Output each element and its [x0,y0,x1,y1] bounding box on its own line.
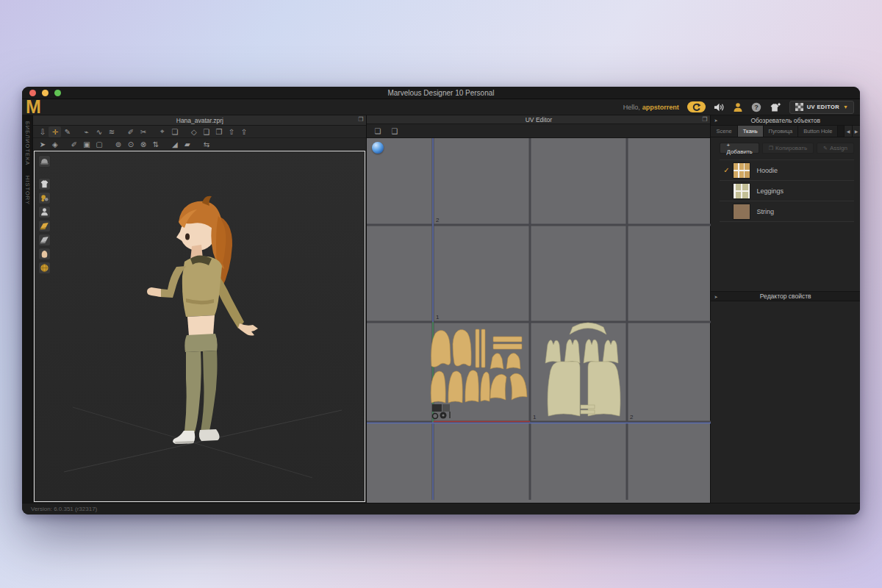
uv-pattern-leggings[interactable] [545,323,620,416]
fabric-thumbnail[interactable] [733,204,750,220]
u-axis-label-1: 1 [533,414,537,420]
edit-pattern-icon[interactable]: ✎ [61,126,74,137]
account-icon[interactable] [733,102,743,112]
buttonhole-icon[interactable]: ⊚ [112,139,124,150]
viewport-panel: Hana_avatar.zprj ❐ ⇩✛✎⌁∿≋✐✂⌖❏◇❑❐⇧⇪ ➤◈✐▣▢… [33,115,367,503]
edit-sewing-icon[interactable]: ✐ [124,126,137,137]
viewport-side-toolbar [38,155,51,274]
select-tool-icon[interactable]: ➤ [36,139,49,150]
left-rail: БИБЛИОТЕКАHISTORY [22,115,33,503]
uv-pattern-hoodie[interactable] [431,329,528,403]
tab-button-hole[interactable]: Button Hole [798,126,838,137]
assign-button[interactable]: ✎Assign [817,143,854,154]
добавить-button[interactable]: + Добавить [720,143,759,154]
mesh-quad-icon[interactable]: ▣ [80,139,93,150]
fabric-front-icon[interactable] [38,220,51,232]
fabric-row-leggings[interactable]: Leggings [720,181,854,201]
rail-tab-библиотека[interactable]: БИБЛИОТЕКА [24,121,31,165]
project-tab-title[interactable]: Hana_avatar.zprj [176,117,223,124]
avatar-head-icon[interactable] [38,248,51,260]
tab-scene[interactable]: Scene [711,126,737,137]
popout-icon[interactable]: ❐ [702,116,707,123]
uv-pattern-string[interactable] [432,404,451,419]
object-browser-panel: ➤ Обозреватель объектов SceneТканьПугови… [711,115,860,503]
rail-tab-history[interactable]: HISTORY [24,176,31,205]
viewport-3d[interactable] [34,151,365,502]
tab-пуговица[interactable]: Пуговица [764,126,799,137]
garment-fit-icon[interactable]: ❐ [212,126,225,137]
uv-snapshot-icon[interactable]: ❏ [371,126,384,137]
tab-scroll-left-icon[interactable]: ◀ [844,126,852,137]
username[interactable]: appstorrent [642,104,679,111]
fabric-row-string[interactable]: String [720,201,854,222]
avatar-display-icon[interactable]: ⇧ [225,126,237,137]
garment-icon[interactable] [38,178,51,190]
u-axis-label-2: 2 [630,414,634,420]
sew-segment-icon[interactable]: ⌁ [80,126,93,137]
button-icon-glyph: ✎ [823,146,828,151]
statusbar: Version: 6.0.351 (r32317) [22,503,860,514]
uv-canvas[interactable]: 2 1 1 2 [367,138,711,500]
garment-frontback-icon[interactable]: ❑ [200,126,212,137]
fold-arrangement-icon[interactable]: ◇ [187,126,200,137]
sculpt-icon[interactable]: ✐ [68,139,80,150]
symmetry-icon[interactable]: ⇆ [200,139,212,150]
detach-sewing-icon[interactable]: ✂ [137,126,149,137]
transform-pattern-icon[interactable]: ◈ [49,139,61,150]
pin-tool-icon[interactable]: ⌖ [156,126,168,137]
fabric-thumbnail[interactable] [733,183,750,199]
greeting-text: Hello,appstorrent [623,104,679,111]
sew-free-icon[interactable]: ∿ [93,126,105,137]
avatar-hat-icon[interactable] [38,155,51,168]
property-editor-header: ➤ Редактор свойств [711,291,860,301]
v-axis-label-1: 1 [436,314,440,320]
app-window: Marvelous Designer 10 Personal M Hello,a… [22,87,860,514]
avatar-icon[interactable] [38,206,51,218]
fabric-name: Hoodie [756,167,778,174]
object-browser-buttons: + Добавить❐Копировать✎Assign [711,137,860,154]
move-tool-icon[interactable]: ✛ [49,126,61,137]
fabric-check-icon[interactable]: ✓ [720,166,733,174]
pin-icon[interactable]: ➤ [714,118,717,123]
marvelous-designer-logo: M [26,96,40,118]
tab-ткань[interactable]: Ткань [738,126,764,137]
texture-globe-icon[interactable] [38,262,51,274]
viewport-tab-bar[interactable]: Hana_avatar.zprj ❐ [33,115,366,126]
select-fabric-icon[interactable]: ◢ [168,139,181,150]
zipper-icon[interactable]: ⇅ [149,139,162,150]
speaker-icon[interactable] [714,102,725,112]
import-garment-icon[interactable]: ⇩ [36,126,49,137]
sync-badge[interactable] [687,101,706,112]
popout-icon[interactable]: ❐ [358,116,363,123]
fabric-row-hoodie[interactable]: ✓Hoodie [720,160,854,181]
fabric-thumbnail[interactable] [733,162,750,179]
object-browser-title: Обозреватель объектов [750,117,820,124]
avatar-pose-icon[interactable]: ⇪ [237,126,250,137]
property-editor-title: Редактор свойств [760,293,811,300]
uv-editor-label: UV EDITOR [807,104,839,110]
fabric-back-icon[interactable] [38,234,51,246]
object-browser-tabs: SceneТканьПуговицаButton Hole◀▶ [711,126,860,137]
pin-icon[interactable]: ➤ [714,294,717,299]
uv-editor-mode-button[interactable]: UV EDITOR ▼ [789,101,854,114]
fastener-icon[interactable]: ⊗ [137,139,149,150]
mesh-tri-icon[interactable]: ▢ [93,139,105,150]
button-icon[interactable]: ⊙ [124,139,137,150]
flatten-fabric-icon[interactable]: ▰ [181,139,193,150]
fabric-settings-icon[interactable] [38,192,51,204]
trace-icon[interactable]: ❏ [168,126,181,137]
garment-uv-snapshot-icon[interactable]: ❑ [388,126,401,137]
help-icon[interactable]: ? [751,102,761,112]
titlebar: Marvelous Designer 10 Personal [22,87,860,99]
uv-toolbar: ❏❑ [367,124,710,138]
uv-grid-icon [795,103,803,111]
new-garment-icon[interactable] [770,102,781,112]
tab-scroll-arrows: ◀▶ [844,126,860,137]
sew-mn-icon[interactable]: ≋ [105,126,118,137]
uv-grid[interactable]: 2 1 1 2 [367,138,710,503]
viewport-toolbar-row1: ⇩✛✎⌁∿≋✐✂⌖❏◇❑❐⇧⇪ [33,126,366,138]
tab-scroll-right-icon[interactable]: ▶ [852,126,860,137]
копировать-button[interactable]: ❐Копировать [762,143,814,154]
fabric-name: Leggings [756,187,784,195]
avatar-3d-render[interactable] [35,151,365,502]
